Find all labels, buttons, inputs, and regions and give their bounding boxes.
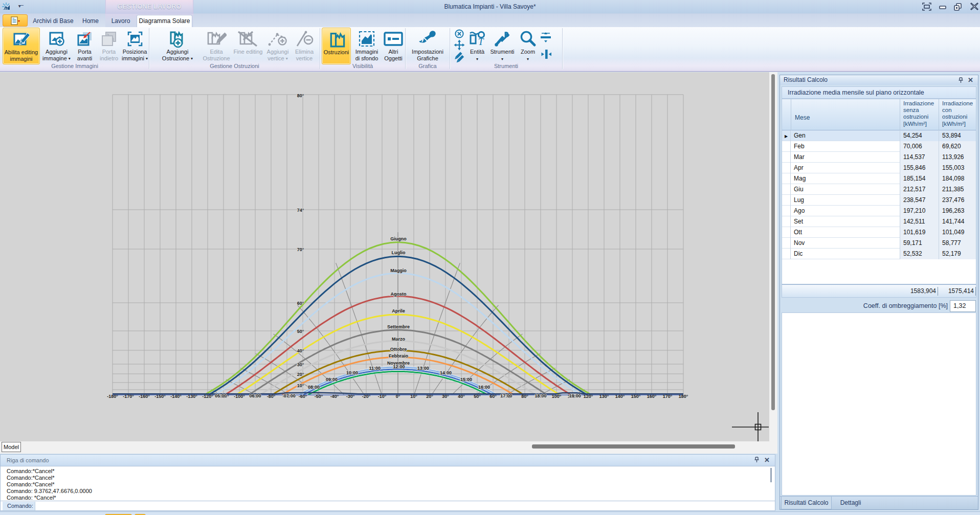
svg-text:05:00: 05:00 <box>215 393 227 398</box>
svg-text:Agosto: Agosto <box>391 292 407 297</box>
svg-text:-160°: -160° <box>139 394 150 399</box>
svg-text:-20°: -20° <box>362 394 371 399</box>
svg-text:-30°: -30° <box>346 394 355 399</box>
svg-text:30°: 30° <box>442 394 449 399</box>
svg-text:T: T <box>478 36 484 47</box>
svg-text:Maggio: Maggio <box>390 268 407 273</box>
svg-text:19:00: 19:00 <box>569 393 581 398</box>
svg-text:11:00: 11:00 <box>369 366 381 371</box>
svg-text:09:00: 09:00 <box>326 377 338 382</box>
svg-text:Luglio: Luglio <box>392 250 406 255</box>
svg-text:40°: 40° <box>297 348 304 353</box>
svg-text:12:00: 12:00 <box>393 364 405 369</box>
svg-text:20°: 20° <box>426 394 433 399</box>
svg-text:08:00: 08:00 <box>308 385 320 390</box>
svg-text:-40°: -40° <box>330 394 339 399</box>
svg-text:14:00: 14:00 <box>440 370 452 375</box>
svg-text:180°: 180° <box>679 394 688 399</box>
svg-text:10°: 10° <box>297 383 304 388</box>
svg-text:0°: 0° <box>396 394 400 399</box>
svg-text:07:00: 07:00 <box>284 393 296 398</box>
svg-text:-120°: -120° <box>202 394 213 399</box>
svg-text:74°: 74° <box>297 208 304 213</box>
svg-text:20°: 20° <box>297 372 304 377</box>
svg-text:80°: 80° <box>297 93 304 98</box>
svg-text:40°: 40° <box>458 394 465 399</box>
svg-text:13:00: 13:00 <box>417 366 429 371</box>
svg-text:06:00: 06:00 <box>249 393 261 398</box>
svg-text:30°: 30° <box>297 362 304 367</box>
svg-text:70°: 70° <box>297 247 304 252</box>
svg-text:-60°: -60° <box>299 394 307 399</box>
svg-text:Marzo: Marzo <box>392 337 406 342</box>
svg-text:16:00: 16:00 <box>478 385 490 390</box>
svg-text:10°: 10° <box>410 394 417 399</box>
svg-text:Aprile: Aprile <box>392 308 405 314</box>
svg-text:60°: 60° <box>489 394 497 399</box>
svg-text:120°: 120° <box>584 394 593 399</box>
svg-text:60°: 60° <box>297 301 304 306</box>
svg-text:17:00: 17:00 <box>500 393 512 398</box>
svg-text:-10°: -10° <box>378 394 387 399</box>
svg-text:-150°: -150° <box>154 394 166 399</box>
svg-text:Settembre: Settembre <box>387 324 410 329</box>
svg-text:Febbraio: Febbraio <box>389 353 409 359</box>
svg-text:18:00: 18:00 <box>534 393 546 398</box>
svg-text:-80°: -80° <box>267 394 276 399</box>
svg-text:100°: 100° <box>552 394 562 399</box>
svg-text:50°: 50° <box>474 394 481 399</box>
svg-text:80°: 80° <box>521 394 528 399</box>
svg-text:-50°: -50° <box>315 394 323 399</box>
svg-text:-170°: -170° <box>123 394 134 399</box>
svg-text:Ottobre: Ottobre <box>390 347 407 352</box>
svg-text:150°: 150° <box>631 394 641 399</box>
svg-text:Giugno: Giugno <box>390 236 407 241</box>
svg-text:15:00: 15:00 <box>460 377 472 382</box>
svg-text:-140°: -140° <box>170 394 182 399</box>
svg-text:50°: 50° <box>297 329 304 334</box>
svg-text:-180°: -180° <box>107 394 118 399</box>
svg-text:-100°: -100° <box>234 394 245 399</box>
svg-text:-130°: -130° <box>186 394 197 399</box>
svg-text:10:00: 10:00 <box>346 370 358 375</box>
svg-text:160°: 160° <box>647 394 657 399</box>
svg-text:130°: 130° <box>599 394 609 399</box>
svg-text:140°: 140° <box>615 394 625 399</box>
svg-text:170°: 170° <box>663 394 673 399</box>
